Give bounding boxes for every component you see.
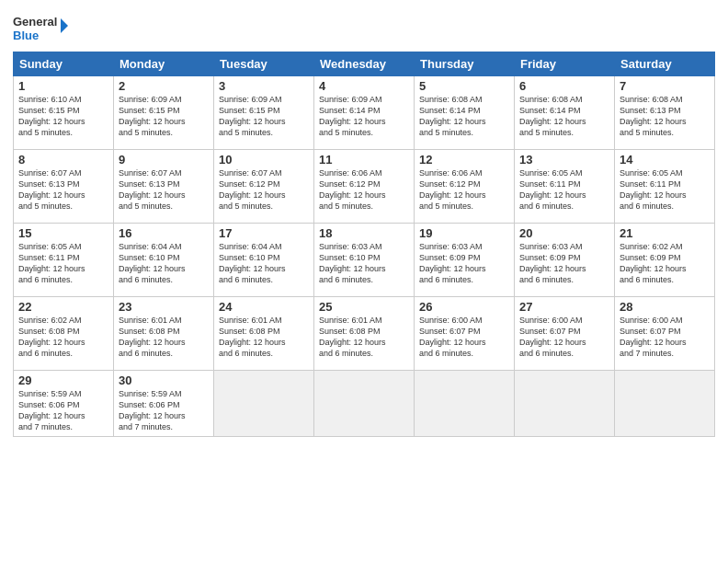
calendar-table: SundayMondayTuesdayWednesdayThursdayFrid…	[13, 52, 715, 437]
day-info: Sunrise: 6:09 AM Sunset: 6:14 PM Dayligh…	[319, 94, 409, 139]
calendar-cell: 25Sunrise: 6:01 AM Sunset: 6:08 PM Dayli…	[314, 297, 415, 371]
day-info: Sunrise: 6:05 AM Sunset: 6:11 PM Dayligh…	[620, 167, 710, 213]
day-info: Sunrise: 6:03 AM Sunset: 6:10 PM Dayligh…	[319, 241, 409, 286]
calendar-cell: 18Sunrise: 6:03 AM Sunset: 6:10 PM Dayli…	[314, 224, 415, 297]
day-header-wednesday: Wednesday	[314, 52, 415, 76]
day-info: Sunrise: 6:00 AM Sunset: 6:07 PM Dayligh…	[620, 315, 710, 360]
calendar-cell	[515, 371, 615, 437]
day-info: Sunrise: 6:05 AM Sunset: 6:11 PM Dayligh…	[519, 167, 609, 213]
day-number: 7	[620, 79, 710, 93]
day-number: 9	[119, 153, 209, 167]
day-info: Sunrise: 5:59 AM Sunset: 6:06 PM Dayligh…	[119, 388, 209, 433]
day-number: 21	[620, 226, 710, 240]
calendar-week-row: 8Sunrise: 6:07 AM Sunset: 6:13 PM Daylig…	[14, 150, 715, 224]
calendar-cell: 22Sunrise: 6:02 AM Sunset: 6:08 PM Dayli…	[14, 297, 114, 371]
calendar-cell: 1Sunrise: 6:10 AM Sunset: 6:15 PM Daylig…	[14, 76, 114, 150]
svg-marker-2	[61, 18, 68, 33]
day-info: Sunrise: 6:08 AM Sunset: 6:14 PM Dayligh…	[519, 94, 609, 139]
calendar-cell: 10Sunrise: 6:07 AM Sunset: 6:12 PM Dayli…	[214, 150, 314, 224]
day-info: Sunrise: 6:09 AM Sunset: 6:15 PM Dayligh…	[219, 94, 309, 139]
day-info: Sunrise: 6:03 AM Sunset: 6:09 PM Dayligh…	[419, 241, 509, 286]
day-number: 22	[18, 300, 108, 314]
calendar-cell: 30Sunrise: 5:59 AM Sunset: 6:06 PM Dayli…	[114, 371, 214, 437]
day-number: 25	[319, 300, 409, 314]
day-info: Sunrise: 6:00 AM Sunset: 6:07 PM Dayligh…	[519, 315, 609, 360]
calendar-body: 1Sunrise: 6:10 AM Sunset: 6:15 PM Daylig…	[14, 76, 715, 437]
day-header-thursday: Thursday	[415, 52, 515, 76]
day-number: 20	[519, 226, 609, 240]
calendar-cell: 12Sunrise: 6:06 AM Sunset: 6:12 PM Dayli…	[415, 150, 515, 224]
calendar-cell: 28Sunrise: 6:00 AM Sunset: 6:07 PM Dayli…	[615, 297, 715, 371]
day-header-friday: Friday	[515, 52, 615, 76]
day-number: 24	[219, 300, 309, 314]
logo: General Blue	[13, 9, 68, 46]
calendar-cell: 8Sunrise: 6:07 AM Sunset: 6:13 PM Daylig…	[14, 150, 114, 224]
calendar-cell: 3Sunrise: 6:09 AM Sunset: 6:15 PM Daylig…	[214, 76, 314, 150]
calendar-cell	[415, 371, 515, 437]
calendar-week-row: 29Sunrise: 5:59 AM Sunset: 6:06 PM Dayli…	[14, 371, 715, 437]
day-header-tuesday: Tuesday	[214, 52, 314, 76]
calendar-cell: 17Sunrise: 6:04 AM Sunset: 6:10 PM Dayli…	[214, 224, 314, 297]
day-number: 4	[319, 79, 409, 93]
day-number: 10	[219, 153, 309, 167]
day-number: 29	[18, 373, 108, 387]
day-number: 13	[519, 153, 609, 167]
day-number: 28	[620, 300, 710, 314]
day-number: 6	[519, 79, 609, 93]
calendar-cell: 7Sunrise: 6:08 AM Sunset: 6:13 PM Daylig…	[615, 76, 715, 150]
day-info: Sunrise: 6:02 AM Sunset: 6:08 PM Dayligh…	[18, 315, 108, 360]
calendar-cell: 4Sunrise: 6:09 AM Sunset: 6:14 PM Daylig…	[314, 76, 415, 150]
day-number: 11	[319, 153, 409, 167]
calendar-cell: 23Sunrise: 6:01 AM Sunset: 6:08 PM Dayli…	[114, 297, 214, 371]
day-number: 14	[620, 153, 710, 167]
calendar-cell: 27Sunrise: 6:00 AM Sunset: 6:07 PM Dayli…	[515, 297, 615, 371]
day-number: 2	[119, 79, 209, 93]
calendar-cell: 14Sunrise: 6:05 AM Sunset: 6:11 PM Dayli…	[615, 150, 715, 224]
day-header-monday: Monday	[114, 52, 214, 76]
day-number: 18	[319, 226, 409, 240]
svg-text:Blue: Blue	[13, 29, 39, 42]
calendar-week-row: 15Sunrise: 6:05 AM Sunset: 6:11 PM Dayli…	[14, 224, 715, 297]
day-info: Sunrise: 6:04 AM Sunset: 6:10 PM Dayligh…	[119, 241, 209, 286]
day-number: 27	[519, 300, 609, 314]
day-number: 19	[419, 226, 509, 240]
calendar-cell: 16Sunrise: 6:04 AM Sunset: 6:10 PM Dayli…	[114, 224, 214, 297]
day-number: 23	[119, 300, 209, 314]
day-number: 1	[18, 79, 108, 93]
calendar-cell: 21Sunrise: 6:02 AM Sunset: 6:09 PM Dayli…	[615, 224, 715, 297]
calendar-cell: 20Sunrise: 6:03 AM Sunset: 6:09 PM Dayli…	[515, 224, 615, 297]
day-number: 16	[119, 226, 209, 240]
calendar-header-row: SundayMondayTuesdayWednesdayThursdayFrid…	[14, 52, 715, 76]
day-header-saturday: Saturday	[615, 52, 715, 76]
day-info: Sunrise: 6:04 AM Sunset: 6:10 PM Dayligh…	[219, 241, 309, 286]
day-header-sunday: Sunday	[14, 52, 114, 76]
day-number: 17	[219, 226, 309, 240]
calendar-cell	[615, 371, 715, 437]
day-info: Sunrise: 6:01 AM Sunset: 6:08 PM Dayligh…	[319, 315, 409, 360]
calendar-cell: 15Sunrise: 6:05 AM Sunset: 6:11 PM Dayli…	[14, 224, 114, 297]
day-info: Sunrise: 6:10 AM Sunset: 6:15 PM Dayligh…	[18, 94, 108, 139]
day-number: 5	[419, 79, 509, 93]
day-info: Sunrise: 6:08 AM Sunset: 6:13 PM Dayligh…	[620, 94, 710, 139]
day-info: Sunrise: 6:08 AM Sunset: 6:14 PM Dayligh…	[419, 94, 509, 139]
day-info: Sunrise: 6:07 AM Sunset: 6:13 PM Dayligh…	[119, 167, 209, 213]
calendar-cell: 11Sunrise: 6:06 AM Sunset: 6:12 PM Dayli…	[314, 150, 415, 224]
day-number: 26	[419, 300, 509, 314]
logo-svg: General Blue	[13, 9, 68, 46]
day-number: 30	[119, 373, 209, 387]
day-info: Sunrise: 6:01 AM Sunset: 6:08 PM Dayligh…	[219, 315, 309, 360]
calendar-cell: 5Sunrise: 6:08 AM Sunset: 6:14 PM Daylig…	[415, 76, 515, 150]
calendar-cell: 13Sunrise: 6:05 AM Sunset: 6:11 PM Dayli…	[515, 150, 615, 224]
calendar-cell: 24Sunrise: 6:01 AM Sunset: 6:08 PM Dayli…	[214, 297, 314, 371]
day-number: 8	[18, 153, 108, 167]
calendar-week-row: 1Sunrise: 6:10 AM Sunset: 6:15 PM Daylig…	[14, 76, 715, 150]
day-info: Sunrise: 6:07 AM Sunset: 6:13 PM Dayligh…	[18, 167, 108, 213]
calendar-cell: 29Sunrise: 5:59 AM Sunset: 6:06 PM Dayli…	[14, 371, 114, 437]
day-info: Sunrise: 5:59 AM Sunset: 6:06 PM Dayligh…	[18, 388, 108, 433]
calendar-cell	[314, 371, 415, 437]
day-info: Sunrise: 6:00 AM Sunset: 6:07 PM Dayligh…	[419, 315, 509, 360]
day-number: 3	[219, 79, 309, 93]
header: General Blue	[13, 9, 715, 46]
day-info: Sunrise: 6:09 AM Sunset: 6:15 PM Dayligh…	[119, 94, 209, 139]
calendar-week-row: 22Sunrise: 6:02 AM Sunset: 6:08 PM Dayli…	[14, 297, 715, 371]
